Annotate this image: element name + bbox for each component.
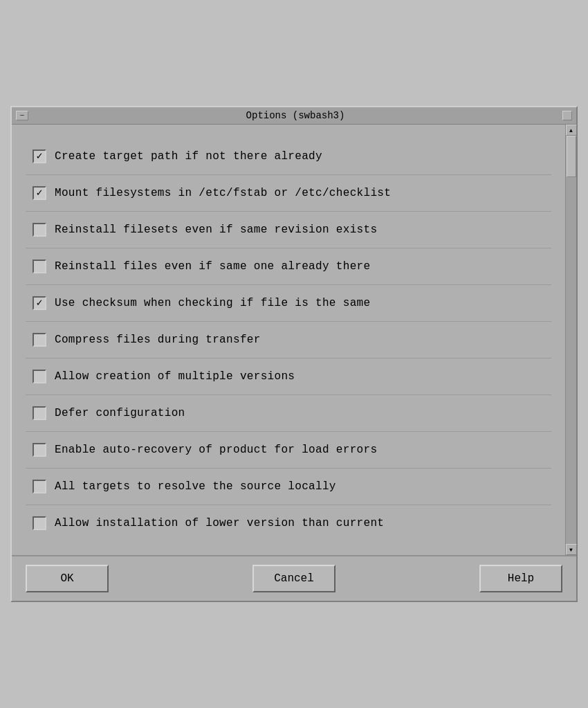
checkbox-item-enable-auto-recovery[interactable]: Enable auto-recovery of product for load… [26, 432, 551, 469]
checkbox-mount-filesystems[interactable] [33, 186, 46, 200]
checkbox-item-allow-lower-version[interactable]: Allow installation of lower version than… [26, 505, 551, 541]
button-bar: OK Cancel Help [12, 555, 576, 601]
scroll-up-button[interactable]: ▲ [566, 125, 577, 136]
checkbox-all-targets[interactable] [33, 480, 46, 493]
checkbox-item-reinstall-filesets[interactable]: Reinstall filesets even if same revision… [26, 212, 551, 248]
checkbox-item-defer-configuration[interactable]: Defer configuration [26, 395, 551, 432]
checkbox-label-mount-filesystems: Mount filesystems in /etc/fstab or /etc/… [55, 187, 391, 199]
checkbox-label-create-target-path: Create target path if not there already [55, 150, 322, 163]
checkbox-enable-auto-recovery[interactable] [33, 443, 46, 457]
checkbox-defer-configuration[interactable] [33, 406, 46, 420]
options-dialog: — Options (swbash3) Create target path i… [10, 106, 578, 602]
cancel-button[interactable]: Cancel [252, 565, 336, 592]
checkbox-label-compress-files: Compress files during transfer [55, 334, 261, 346]
window-title: Options (swbash3) [28, 110, 562, 121]
checkbox-allow-lower-version[interactable] [33, 516, 46, 530]
checkbox-label-reinstall-filesets: Reinstall filesets even if same revision… [55, 224, 377, 236]
checkbox-label-enable-auto-recovery: Enable auto-recovery of product for load… [55, 444, 377, 456]
checkbox-create-target-path[interactable] [33, 149, 46, 163]
title-bar: — Options (swbash3) [12, 107, 576, 125]
checkbox-item-allow-multiple-versions[interactable]: Allow creation of multiple versions [26, 358, 551, 395]
checkbox-reinstall-files[interactable] [33, 260, 46, 273]
checkbox-label-reinstall-files: Reinstall files even if same one already… [55, 260, 370, 273]
checkbox-label-allow-multiple-versions: Allow creation of multiple versions [55, 370, 295, 383]
content-area: Create target path if not there alreadyM… [12, 125, 576, 555]
minimize-icon: — [20, 112, 24, 119]
scrollbar-track [566, 136, 576, 544]
checkbox-use-checksum[interactable] [33, 296, 46, 310]
ok-button[interactable]: OK [26, 565, 109, 592]
checkbox-label-allow-lower-version: Allow installation of lower version than… [55, 517, 384, 529]
scrollbar[interactable]: ▲ ▼ [565, 125, 576, 555]
scrollbar-thumb[interactable] [567, 136, 576, 177]
checkbox-item-create-target-path[interactable]: Create target path if not there already [26, 138, 551, 175]
checkbox-item-use-checksum[interactable]: Use checksum when checking if file is th… [26, 285, 551, 322]
checkbox-label-all-targets: All targets to resolve the source locall… [55, 480, 336, 493]
checkbox-label-defer-configuration: Defer configuration [55, 407, 185, 419]
checkbox-item-compress-files[interactable]: Compress files during transfer [26, 322, 551, 358]
checkbox-label-use-checksum: Use checksum when checking if file is th… [55, 297, 370, 309]
checkbox-reinstall-filesets[interactable] [33, 223, 46, 237]
close-button[interactable] [562, 111, 572, 120]
checkbox-item-all-targets[interactable]: All targets to resolve the source locall… [26, 469, 551, 505]
main-content: Create target path if not there alreadyM… [12, 125, 565, 555]
help-button[interactable]: Help [479, 565, 562, 592]
checkbox-item-mount-filesystems[interactable]: Mount filesystems in /etc/fstab or /etc/… [26, 175, 551, 212]
checkbox-compress-files[interactable] [33, 333, 46, 347]
checkbox-allow-multiple-versions[interactable] [33, 370, 46, 383]
minimize-button[interactable]: — [16, 111, 28, 120]
checkbox-item-reinstall-files[interactable]: Reinstall files even if same one already… [26, 248, 551, 285]
scroll-down-button[interactable]: ▼ [566, 544, 577, 555]
